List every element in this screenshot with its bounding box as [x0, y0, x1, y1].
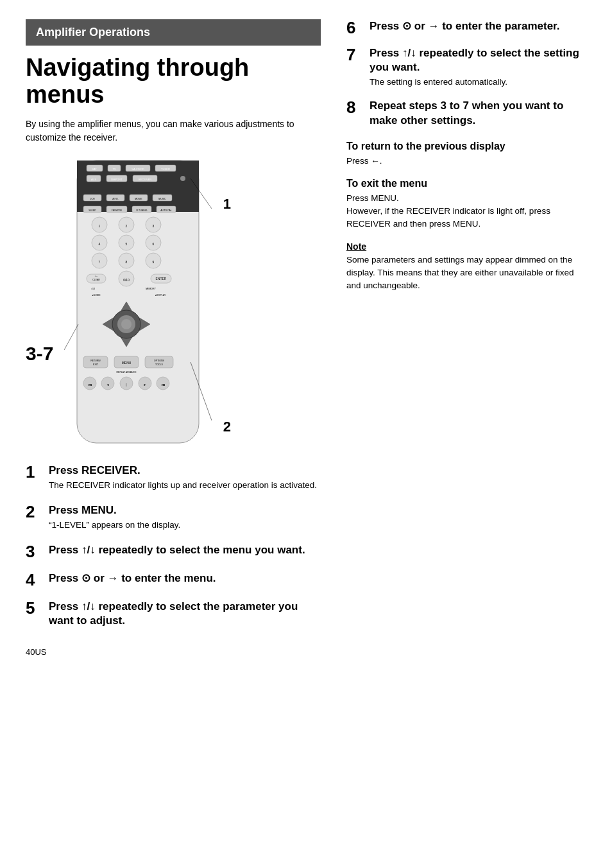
- svg-line-91: [64, 324, 78, 350]
- step-7-number: 7: [346, 46, 364, 63]
- svg-text:SLEEP: SLEEP: [89, 209, 96, 212]
- note-body: Some parameters and settings may appear …: [346, 254, 586, 293]
- step-2: 2 Press MENU. “1-LEVEL” appears on the d…: [26, 503, 321, 532]
- sub-section-return-body: Press ←.: [346, 155, 586, 168]
- step-3-heading: Press ↑/↓ repeatedly to select the menu …: [49, 543, 321, 557]
- step-1-heading: Press RECEIVER.: [49, 464, 321, 478]
- svg-text:SAT: SAT: [92, 168, 97, 171]
- svg-point-17: [180, 176, 185, 181]
- svg-text:7: 7: [99, 260, 101, 264]
- svg-text:TV: TV: [112, 168, 115, 171]
- step-4-number: 4: [26, 571, 44, 588]
- svg-text:2: 2: [126, 224, 128, 228]
- svg-text:MOVIE: MOVIE: [135, 198, 142, 200]
- header-banner: Amplifier Operations: [26, 19, 321, 46]
- step-4-content: Press ⊙ or → to enter the menu.: [49, 571, 321, 586]
- step-5-heading: Press ↑/↓ repeatedly to select the param…: [49, 600, 321, 628]
- svg-text:D.TUNING: D.TUNING: [137, 209, 148, 212]
- step-2-heading: Press MENU.: [49, 503, 321, 517]
- step-1: 1 Press RECEIVER. The RECEIVER indicator…: [26, 464, 321, 492]
- svg-text:●DISPLAY: ●DISPLAY: [155, 294, 166, 297]
- svg-text:A.F.D.: A.F.D.: [112, 198, 119, 200]
- svg-text:►: ►: [144, 383, 147, 386]
- step-7-content: Press ↑/↓ repeatedly to select the setti…: [370, 46, 586, 89]
- svg-text:SA-CD/CD: SA-CD/CD: [132, 168, 144, 171]
- page-layout: Amplifier Operations Navigating through …: [26, 19, 586, 657]
- step-7-body: The setting is entered automatically.: [370, 76, 586, 89]
- svg-text:1: 1: [99, 224, 101, 228]
- sub-section-exit: To exit the menu Press MENU. However, if…: [346, 178, 586, 231]
- svg-point-69: [121, 319, 132, 329]
- step-7: 7 Press ↑/↓ repeatedly to select the set…: [346, 46, 586, 89]
- svg-text:TUNER: TUNER: [161, 168, 170, 171]
- svg-text:3: 3: [153, 224, 155, 228]
- intro-text: By using the amplifier menus, you can ma…: [26, 117, 321, 144]
- step-3-content: Press ↑/↓ repeatedly to select the menu …: [49, 543, 321, 557]
- svg-text:AUTO CAL: AUTO CAL: [160, 209, 171, 212]
- step-1-content: Press RECEIVER. The RECEIVER indicator l…: [49, 464, 321, 492]
- svg-text:RETURN/: RETURN/: [90, 360, 101, 362]
- step-2-body: “1-LEVEL” appears on the display.: [49, 519, 321, 532]
- svg-text:TOOLS: TOOLS: [155, 363, 163, 366]
- step-6: 6 Press ⊙ or → to enter the parameter.: [346, 19, 586, 36]
- sub-section-exit-body: Press MENU. However, if the RECEIVER ind…: [346, 192, 586, 231]
- svg-text:4: 4: [99, 242, 101, 246]
- sub-section-return: To return to the previous display Press …: [346, 141, 586, 168]
- step-8-content: Repeat steps 3 to 7 when you want to mak…: [370, 99, 586, 127]
- svg-text:◄: ◄: [106, 383, 110, 386]
- step-5-content: Press ↑/↓ repeatedly to select the param…: [49, 600, 321, 628]
- svg-text:0/10: 0/10: [123, 278, 130, 282]
- svg-text:ENTER: ENTER: [156, 277, 167, 281]
- step-4-heading: Press ⊙ or → to enter the menu.: [49, 571, 321, 586]
- svg-text:FM MODE: FM MODE: [112, 209, 123, 212]
- svg-text:AUX: AUX: [91, 178, 97, 181]
- svg-rect-75: [145, 356, 173, 368]
- svg-text:MUSIC: MUSIC: [158, 198, 166, 200]
- remote-svg: SAT TV SA-CD/CD TUNER AUX DMPORT RECEIVE…: [64, 157, 212, 446]
- svg-rect-70: [83, 356, 108, 368]
- remote-diagram: 3-7 1 2 SAT TV SA-CD/CD: [26, 157, 321, 448]
- svg-text:6: 6: [153, 242, 155, 246]
- sub-section-return-title: To return to the previous display: [346, 141, 586, 152]
- step-2-number: 2: [26, 503, 44, 520]
- right-column: 6 Press ⊙ or → to enter the parameter. 7…: [346, 19, 586, 657]
- step-3: 3 Press ↑/↓ repeatedly to select the men…: [26, 543, 321, 560]
- svg-text:8: 8: [126, 260, 128, 264]
- svg-text:9: 9: [153, 260, 155, 264]
- step-1-number: 1: [26, 464, 44, 480]
- step-6-heading: Press ⊙ or → to enter the parameter.: [370, 19, 586, 33]
- svg-text:|: |: [126, 383, 126, 386]
- page-title: Navigating through menus: [26, 55, 321, 108]
- label-2: 2: [223, 419, 231, 435]
- step-8-heading: Repeat steps 3 to 7 when you want to mak…: [370, 99, 586, 127]
- step-1-body: The RECEIVER indicator lights up and rec…: [49, 479, 321, 492]
- left-column: Amplifier Operations Navigating through …: [26, 19, 321, 657]
- step-4: 4 Press ⊙ or → to enter the menu.: [26, 571, 321, 588]
- svg-text:RECEIVER: RECEIVER: [139, 178, 152, 181]
- step-2-content: Press MENU. “1-LEVEL” appears on the dis…: [49, 503, 321, 532]
- svg-text:OPTIONS: OPTIONS: [154, 360, 164, 362]
- svg-text:5: 5: [126, 242, 128, 246]
- svg-text:⏮: ⏮: [89, 383, 92, 386]
- step-5-number: 5: [26, 600, 44, 616]
- page-number: 40US: [26, 647, 321, 657]
- step-8-number: 8: [346, 99, 364, 116]
- note-section: Note Some parameters and settings may ap…: [346, 241, 586, 293]
- svg-text:CLEAR: CLEAR: [92, 279, 100, 281]
- step-3-number: 3: [26, 543, 44, 560]
- svg-text:●GUIDE: ●GUIDE: [92, 294, 101, 297]
- svg-text:MENU: MENU: [122, 361, 132, 365]
- steps-list-left: 1 Press RECEIVER. The RECEIVER indicator…: [26, 464, 321, 629]
- steps-list-right: 6 Press ⊙ or → to enter the parameter. 7…: [346, 19, 586, 128]
- label-1: 1: [223, 196, 231, 213]
- svg-text:DMPORT: DMPORT: [111, 178, 123, 181]
- sub-section-exit-title: To exit the menu: [346, 178, 586, 189]
- note-title: Note: [346, 241, 586, 252]
- svg-text:MEMORY: MEMORY: [146, 288, 156, 290]
- step-7-heading: Press ↑/↓ repeatedly to select the setti…: [370, 46, 586, 74]
- svg-text:>10: >10: [91, 288, 95, 290]
- svg-text:⏭: ⏭: [162, 383, 165, 386]
- step-8: 8 Repeat steps 3 to 7 when you want to m…: [346, 99, 586, 127]
- step-5: 5 Press ↑/↓ repeatedly to select the par…: [26, 600, 321, 628]
- svg-text:EXIT: EXIT: [93, 363, 99, 366]
